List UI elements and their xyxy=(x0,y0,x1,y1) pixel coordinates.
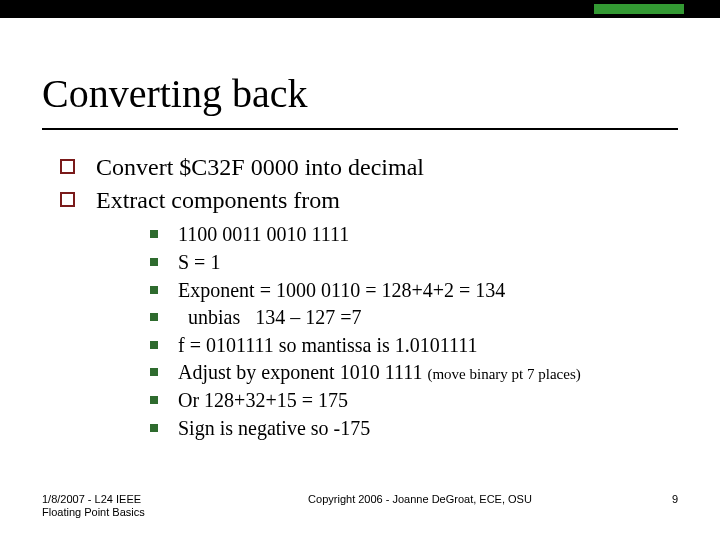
list-item: Sign is negative so -175 xyxy=(150,415,680,443)
slide-title: Converting back xyxy=(42,70,308,117)
bullet-text: 1100 0011 0010 1111 xyxy=(178,223,349,245)
slide-body: Convert $C32F 0000 into decimal Extract … xyxy=(60,152,680,444)
list-item: unbias 134 – 127 =7 xyxy=(150,304,680,332)
bullet-text: f = 0101111 so mantissa is 1.0101111 xyxy=(178,334,478,356)
bullet-text: Adjust by exponent 1010 1111 xyxy=(178,361,427,383)
accent-strip xyxy=(594,4,684,14)
bullet-list-level1: Convert $C32F 0000 into decimal Extract … xyxy=(60,152,680,442)
footer-date-lecture: 1/8/2007 - L24 IEEE xyxy=(42,493,141,505)
bullet-text: S = 1 xyxy=(178,251,220,273)
slide-footer: 1/8/2007 - L24 IEEE Floating Point Basic… xyxy=(42,493,678,521)
title-underline xyxy=(42,128,678,130)
bullet-text: unbias 134 – 127 =7 xyxy=(178,306,362,328)
list-item: Extract components from 1100 0011 0010 1… xyxy=(60,185,680,442)
bullet-list-level2: 1100 0011 0010 1111 S = 1 Exponent = 100… xyxy=(150,221,680,442)
list-item: Or 128+32+15 = 175 xyxy=(150,387,680,415)
list-item: 1100 0011 0010 1111 xyxy=(150,221,680,249)
footer-left: 1/8/2007 - L24 IEEE Floating Point Basic… xyxy=(42,493,202,521)
bullet-note: (move binary pt 7 places) xyxy=(427,366,580,382)
list-item: S = 1 xyxy=(150,249,680,277)
bullet-text: Or 128+32+15 = 175 xyxy=(178,389,348,411)
bullet-text: Convert $C32F 0000 into decimal xyxy=(96,154,424,180)
footer-copyright: Copyright 2006 - Joanne DeGroat, ECE, OS… xyxy=(202,493,638,505)
footer-page-number: 9 xyxy=(638,493,678,505)
bullet-text: Sign is negative so -175 xyxy=(178,417,370,439)
list-item: f = 0101111 so mantissa is 1.0101111 xyxy=(150,332,680,360)
list-item: Exponent = 1000 0110 = 128+4+2 = 134 xyxy=(150,277,680,305)
bullet-text: Exponent = 1000 0110 = 128+4+2 = 134 xyxy=(178,279,505,301)
list-item: Convert $C32F 0000 into decimal xyxy=(60,152,680,183)
list-item: Adjust by exponent 1010 1111 (move binar… xyxy=(150,359,680,387)
footer-subtitle: Floating Point Basics xyxy=(42,506,145,518)
slide: Converting back Convert $C32F 0000 into … xyxy=(0,0,720,540)
bullet-text: Extract components from xyxy=(96,187,340,213)
